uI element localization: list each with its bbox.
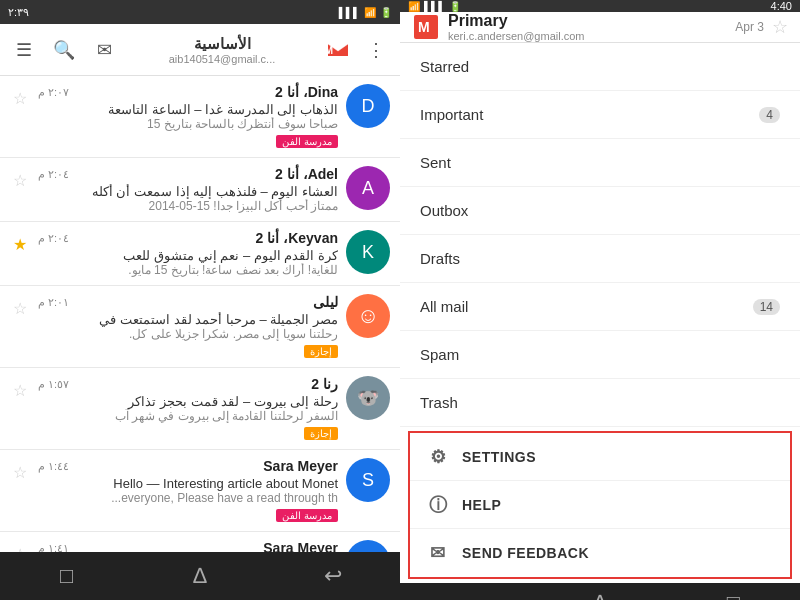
star-icon-3[interactable]: ★ bbox=[10, 234, 30, 254]
compose-icon[interactable]: ✉ bbox=[88, 34, 120, 66]
menu-item-outbox[interactable]: Outbox bbox=[400, 187, 800, 235]
toolbar-sub-title: aib140514@gmail.c... bbox=[128, 53, 316, 65]
allmail-label: All mail bbox=[420, 298, 468, 315]
avatar-5: 🐨 bbox=[346, 376, 390, 420]
settings-item[interactable]: ⚙ SETTINGS bbox=[410, 433, 790, 481]
avatar-7: S bbox=[346, 540, 390, 552]
email-item-7[interactable]: S Sara Meyer ١:٤١ م 📎 Assignments for ar… bbox=[0, 532, 400, 552]
email-sender-1: Dina، أنا 2 bbox=[275, 84, 338, 100]
right-gmail-icon: M bbox=[412, 13, 440, 41]
email-item-6[interactable]: S Sara Meyer ١:٤٤ م Hello — Interesting … bbox=[0, 450, 400, 532]
left-status-bar: ٢:٣٩ ▌▌▌ 📶 🔋 bbox=[0, 0, 400, 24]
email-sender-6: Sara Meyer bbox=[263, 458, 338, 474]
menu-item-trash[interactable]: Trash bbox=[400, 379, 800, 427]
svg-text:M: M bbox=[418, 19, 430, 35]
email-item-3[interactable]: K Keyvan، أنا 2 ٢:٠٤ م كرة القدم اليوم –… bbox=[0, 222, 400, 286]
right-header-text: Primary keri.c.andersen@gmail.com bbox=[448, 12, 727, 42]
menu-list: Starred Important 4 Sent Outbox Drafts A… bbox=[400, 43, 800, 583]
starred-label: Starred bbox=[420, 58, 469, 75]
right-nav-bar: ← ∆ □ bbox=[400, 583, 800, 600]
left-time: ٢:٣٩ bbox=[8, 6, 29, 19]
avatar-6: S bbox=[346, 458, 390, 502]
email-content-1: Dina، أنا 2 ٢:٠٧ م الذهاب إلى المدرسة غد… bbox=[38, 84, 338, 149]
allmail-badge: 14 bbox=[753, 299, 780, 315]
menu-item-sent[interactable]: Sent bbox=[400, 139, 800, 187]
email-content-5: رنا 2 ١:٥٧ م رحلة إلى بيروت – لقد قمت بح… bbox=[38, 376, 338, 441]
trash-label: Trash bbox=[420, 394, 458, 411]
menu-item-spam[interactable]: Spam bbox=[400, 331, 800, 379]
right-date: Apr 3 bbox=[735, 20, 764, 34]
menu-item-starred[interactable]: Starred bbox=[400, 43, 800, 91]
email-preview-4: رحلتنا سويا إلى مصر. شكرا جزيلا على كل. bbox=[38, 327, 338, 341]
help-label: HELP bbox=[462, 497, 501, 513]
outbox-label: Outbox bbox=[420, 202, 468, 219]
sent-label: Sent bbox=[420, 154, 451, 171]
menu-item-allmail[interactable]: All mail 14 bbox=[400, 283, 800, 331]
email-time-6: ١:٤٤ م bbox=[38, 460, 69, 473]
feedback-item[interactable]: ✉ SEND FEEDBACK bbox=[410, 529, 790, 577]
right-panel: 📶 ▌▌▌ 🔋 4:40 M Primary keri.c.andersen@g… bbox=[400, 0, 800, 600]
email-preview-5: السفر لرحلتنا القادمة إلى بيروت في شهر آ… bbox=[38, 409, 338, 423]
menu-icon[interactable]: ☰ bbox=[8, 34, 40, 66]
email-tag-1: مدرسة الفن bbox=[276, 135, 338, 148]
gmail-m-icon: M bbox=[324, 36, 352, 64]
email-sender-2: Adel، أنا 2 bbox=[275, 166, 338, 182]
settings-section: ⚙ SETTINGS ⓘ HELP ✉ SEND FEEDBACK bbox=[408, 431, 792, 579]
star-icon-5[interactable]: ☆ bbox=[10, 380, 30, 400]
home-button[interactable]: ∆ bbox=[180, 556, 220, 596]
email-subject-4: مصر الجميلة – مرحبا أحمد لقد استمتعت في bbox=[38, 312, 338, 327]
star-icon-2[interactable]: ☆ bbox=[10, 170, 30, 190]
avatar-1: D bbox=[346, 84, 390, 128]
email-sender-7: Sara Meyer bbox=[263, 540, 338, 552]
star-icon-4[interactable]: ☆ bbox=[10, 298, 30, 318]
email-tag-4: إجازة bbox=[304, 345, 338, 358]
gear-icon: ⚙ bbox=[426, 446, 450, 468]
right-star-icon[interactable]: ☆ bbox=[772, 16, 788, 38]
primary-label: Primary bbox=[448, 12, 727, 30]
signal-icon: ▌▌▌ bbox=[339, 7, 360, 18]
star-icon-6[interactable]: ☆ bbox=[10, 462, 30, 482]
forward-button[interactable]: ↩ bbox=[313, 556, 353, 596]
help-item[interactable]: ⓘ HELP bbox=[410, 481, 790, 529]
right-email-label: keri.c.andersen@gmail.com bbox=[448, 30, 727, 42]
email-item-5[interactable]: 🐨 رنا 2 ١:٥٧ م رحلة إلى بيروت – لقد قمت … bbox=[0, 368, 400, 450]
left-panel: ٢:٣٩ ▌▌▌ 📶 🔋 ⋮ M الأساسية aib140514@gmai… bbox=[0, 0, 400, 600]
email-content-6: Sara Meyer ١:٤٤ م Hello — Interesting ar… bbox=[38, 458, 338, 523]
search-icon[interactable]: 🔍 bbox=[48, 34, 80, 66]
email-content-3: Keyvan، أنا 2 ٢:٠٤ م كرة القدم اليوم – ن… bbox=[38, 230, 338, 277]
left-nav-bar: □ ∆ ↩ bbox=[0, 552, 400, 600]
right-header: M Primary keri.c.andersen@gmail.com Apr … bbox=[400, 12, 800, 43]
email-time-3: ٢:٠٤ م bbox=[38, 232, 69, 245]
help-icon: ⓘ bbox=[426, 493, 450, 517]
email-content-4: ليلى ٢:٠١ م مصر الجميلة – مرحبا أحمد لقد… bbox=[38, 294, 338, 359]
email-item-4[interactable]: ☺ ليلى ٢:٠١ م مصر الجميلة – مرحبا أحمد ل… bbox=[0, 286, 400, 368]
right-home-button[interactable]: ∆ bbox=[580, 583, 620, 600]
email-item-2[interactable]: A Adel، أنا 2 ٢:٠٤ م العشاء اليوم – فلنذ… bbox=[0, 158, 400, 222]
email-sender-4: ليلى bbox=[313, 294, 338, 310]
right-status-icons: 📶 ▌▌▌ 🔋 bbox=[408, 1, 461, 12]
email-time-2: ٢:٠٤ م bbox=[38, 168, 69, 181]
star-icon-7[interactable]: ☆ bbox=[10, 544, 30, 552]
wifi-icon: 📶 bbox=[364, 7, 376, 18]
email-time-5: ١:٥٧ م bbox=[38, 378, 69, 391]
right-square-button[interactable]: □ bbox=[713, 583, 753, 600]
email-tag-5: إجازة bbox=[304, 427, 338, 440]
svg-text:M: M bbox=[326, 45, 333, 56]
back-square-button[interactable]: □ bbox=[47, 556, 87, 596]
spam-label: Spam bbox=[420, 346, 459, 363]
avatar-3: K bbox=[346, 230, 390, 274]
avatar-4: ☺ bbox=[346, 294, 390, 338]
email-item-1[interactable]: D Dina، أنا 2 ٢:٠٧ م الذهاب إلى المدرسة … bbox=[0, 76, 400, 158]
right-battery-icon: 🔋 bbox=[449, 1, 461, 12]
more-icon[interactable]: ⋮ bbox=[360, 34, 392, 66]
menu-item-drafts[interactable]: Drafts bbox=[400, 235, 800, 283]
email-subject-3: كرة القدم اليوم – نعم إني متشوق للعب bbox=[38, 248, 338, 263]
left-toolbar-title: الأساسية aib140514@gmail.c... bbox=[128, 35, 316, 65]
email-subject-2: العشاء اليوم – فلنذهب إليه إذا سمعت أن أ… bbox=[38, 184, 338, 199]
menu-item-important[interactable]: Important 4 bbox=[400, 91, 800, 139]
star-icon-1[interactable]: ☆ bbox=[10, 88, 30, 108]
email-preview-1: صباحا سوف أنتظرك بالساحة بتاريخ 15 bbox=[38, 117, 338, 131]
email-list: D Dina، أنا 2 ٢:٠٧ م الذهاب إلى المدرسة … bbox=[0, 76, 400, 552]
right-back-button[interactable]: ← bbox=[447, 583, 487, 600]
right-wifi-icon: 📶 bbox=[408, 1, 420, 12]
